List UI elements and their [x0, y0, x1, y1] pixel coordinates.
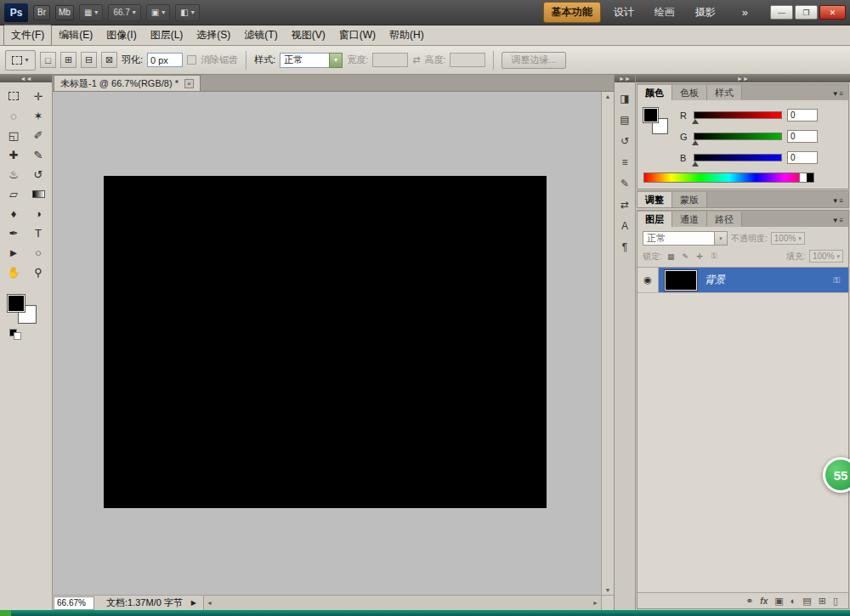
tool-history-brush[interactable]: ↺	[27, 165, 49, 184]
menu-help[interactable]: 帮助(H)	[382, 25, 431, 45]
bridge-button[interactable]: Br	[33, 5, 50, 20]
green-value-input[interactable]: 0	[787, 130, 818, 143]
red-slider[interactable]	[694, 111, 782, 119]
horizontal-scrollbar[interactable]: ◄ ►	[203, 596, 601, 610]
blue-value-input[interactable]: 0	[787, 151, 818, 164]
tool-crop[interactable]: ◱	[3, 126, 25, 144]
slider-thumb[interactable]	[692, 119, 699, 124]
blue-slider[interactable]	[694, 154, 782, 161]
antialias-checkbox[interactable]	[187, 55, 196, 65]
intersect-selection-button[interactable]: ⊠	[101, 52, 117, 68]
menu-select[interactable]: 选择(S)	[190, 25, 237, 45]
tab-paths[interactable]: 路径	[707, 212, 742, 227]
tab-styles[interactable]: 样式	[707, 85, 742, 100]
scroll-right-icon[interactable]: ►	[592, 600, 598, 606]
tool-gradient[interactable]	[27, 184, 49, 203]
opacity-input[interactable]: 100% ▾	[771, 232, 805, 245]
paragraph-panel-icon[interactable]: ¶	[616, 240, 633, 255]
layer-style-icon[interactable]: fx	[760, 596, 768, 606]
tool-ellipse[interactable]: ○	[27, 243, 49, 262]
blend-mode-select[interactable]: 正常 ▾	[643, 231, 728, 246]
character-panel-icon[interactable]: A	[616, 218, 633, 234]
brushes-panel-icon[interactable]: ✎	[616, 176, 633, 191]
restore-button[interactable]: ❐	[795, 5, 818, 20]
actions-panel-icon[interactable]: ≡	[616, 155, 633, 170]
layer-group-icon[interactable]: ▤	[802, 596, 811, 607]
tools-panel-collapse-button[interactable]: ◄◄	[0, 75, 52, 82]
tool-magic-wand[interactable]: ✶	[27, 106, 49, 125]
minimize-button[interactable]: —	[770, 5, 793, 20]
workspace-photography-button[interactable]: 摄影	[688, 3, 723, 22]
fill-input[interactable]: 100% ▾	[809, 250, 843, 263]
tool-lasso[interactable]: ◌	[3, 106, 25, 125]
feather-input[interactable]: 0 px	[147, 53, 183, 67]
histogram-panel-icon[interactable]: ▤	[616, 112, 633, 127]
layer-visibility-toggle[interactable]: ◉	[638, 268, 659, 292]
menu-file[interactable]: 文件(F)	[3, 25, 52, 46]
zoom-level-button[interactable]: 66.7 ▾	[108, 4, 140, 21]
panel-menu-icon[interactable]: ▼≡	[828, 195, 848, 207]
lock-transparency-icon[interactable]: ▦	[666, 252, 677, 261]
close-icon[interactable]: ×	[184, 79, 194, 88]
red-value-input[interactable]: 0	[787, 109, 818, 122]
scroll-left-icon[interactable]: ◄	[207, 600, 212, 606]
workspace-design-button[interactable]: 设计	[606, 3, 642, 22]
close-button[interactable]: ✕	[819, 5, 846, 20]
link-dimensions-icon[interactable]: ⇄	[412, 54, 420, 65]
menu-image[interactable]: 图像(I)	[99, 25, 143, 45]
style-select[interactable]: 正常 ▾	[280, 53, 343, 68]
refine-edge-button[interactable]: 调整边缘...	[502, 52, 565, 69]
new-layer-icon[interactable]: ⊞	[819, 596, 826, 607]
menu-window[interactable]: 窗口(W)	[332, 25, 382, 45]
foreground-color-swatch[interactable]	[643, 108, 658, 122]
add-to-selection-button[interactable]: ⊞	[60, 52, 76, 68]
strip-expand-button[interactable]: ►►	[615, 75, 635, 82]
history-panel-icon[interactable]: ↺	[616, 133, 633, 149]
tool-clone-stamp[interactable]: ♨	[3, 165, 25, 184]
layer-mask-icon[interactable]: ▣	[774, 596, 783, 607]
vertical-scrollbar[interactable]: ▲ ▼	[601, 92, 614, 595]
arrange-documents-button[interactable]: ▣ ▾	[146, 4, 170, 21]
scroll-up-icon[interactable]: ▲	[605, 93, 611, 99]
tool-eyedropper[interactable]: ✐	[27, 126, 49, 144]
info-panel-icon[interactable]: ◨	[616, 91, 633, 106]
menu-layer[interactable]: 图层(L)	[144, 25, 190, 45]
tool-eraser[interactable]: ▱	[3, 184, 25, 203]
tool-pen[interactable]: ✒	[3, 223, 25, 242]
green-slider[interactable]	[694, 133, 782, 140]
menu-edit[interactable]: 编辑(E)	[52, 25, 99, 45]
slider-thumb[interactable]	[692, 161, 699, 167]
menu-view[interactable]: 视图(V)	[285, 25, 332, 45]
tab-masks[interactable]: 蒙版	[672, 192, 707, 207]
workspace-painting-button[interactable]: 绘画	[647, 3, 683, 22]
default-colors-button[interactable]	[9, 329, 23, 341]
delete-layer-icon[interactable]: ▯	[833, 596, 838, 607]
more-workspaces-button[interactable]: »	[728, 6, 756, 19]
panel-menu-icon[interactable]: ▼≡	[828, 214, 848, 227]
width-input[interactable]	[372, 53, 408, 67]
lock-all-icon[interactable]: ⚿	[709, 251, 720, 261]
canvas-area[interactable]: ▲ ▼	[53, 92, 614, 595]
scroll-down-icon[interactable]: ▼	[605, 587, 611, 593]
status-flyout-button[interactable]: ▶	[191, 599, 196, 607]
menu-filter[interactable]: 滤镜(T)	[237, 25, 284, 45]
layer-row-selected[interactable]: 背景 ⚿	[659, 268, 848, 292]
tool-brush[interactable]: ✎	[27, 145, 49, 164]
new-selection-button[interactable]: □	[40, 52, 56, 68]
link-layers-icon[interactable]: ⚭	[745, 596, 753, 607]
lock-pixels-icon[interactable]: ✎	[680, 252, 691, 261]
layer-row-background[interactable]: ◉ 背景 ⚿	[638, 268, 848, 293]
zoom-percent-input[interactable]: 66.67%	[54, 596, 94, 610]
tool-zoom[interactable]: ⚲	[27, 263, 49, 281]
tool-blur[interactable]: ♦	[3, 204, 25, 223]
canvas-image[interactable]	[104, 176, 547, 508]
tab-swatches[interactable]: 色板	[672, 85, 707, 100]
tool-path-selection[interactable]: ►	[3, 243, 25, 262]
tool-type[interactable]: T	[27, 223, 49, 242]
document-tab[interactable]: 未标题-1 @ 66.7%(RGB/8) * ×	[54, 75, 201, 91]
tab-channels[interactable]: 通道	[672, 212, 707, 227]
foreground-color-swatch[interactable]	[8, 295, 25, 312]
tool-move[interactable]: ✛	[27, 87, 49, 105]
current-tool-preset-button[interactable]: ▾	[5, 50, 36, 71]
tool-hand[interactable]: ✋	[3, 263, 25, 281]
